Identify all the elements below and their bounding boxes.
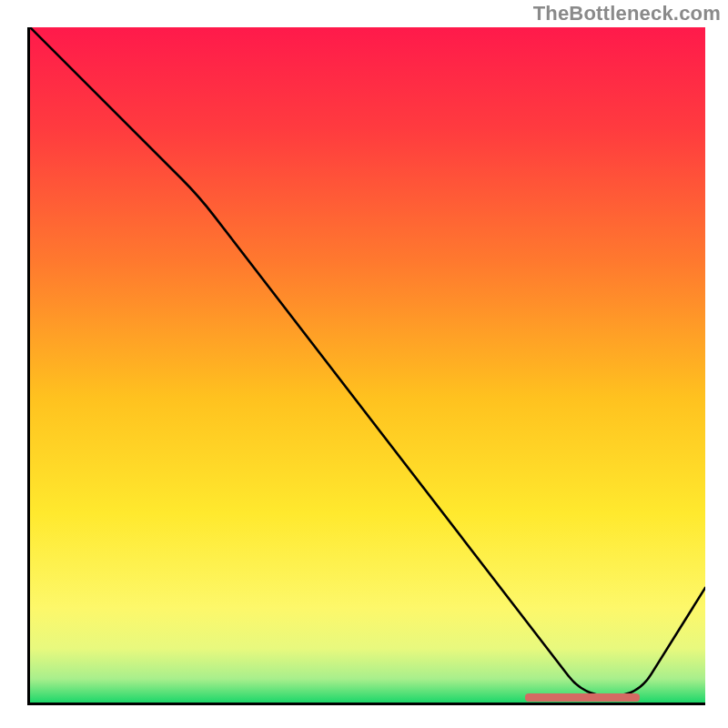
plot-area [27, 27, 705, 705]
svg-rect-0 [30, 27, 705, 703]
optimal-range-marker [525, 693, 641, 702]
gradient-background [30, 27, 705, 703]
watermark-text: TheBottleneck.com [533, 2, 721, 25]
